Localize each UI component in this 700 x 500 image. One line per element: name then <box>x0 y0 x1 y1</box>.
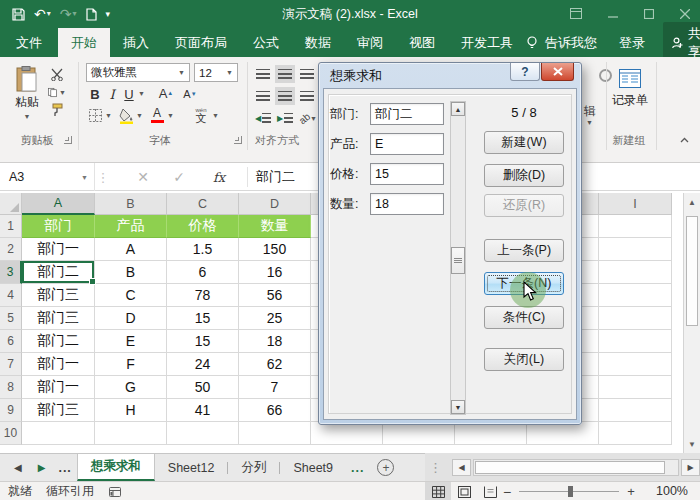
row-header-10[interactable]: 10 <box>0 422 22 445</box>
cell-C5[interactable]: 15 <box>167 307 239 330</box>
align-bottom-icon[interactable] <box>297 65 317 83</box>
maximize-icon[interactable] <box>644 7 654 22</box>
column-header-B[interactable]: B <box>95 193 167 215</box>
cell-D3[interactable]: 16 <box>239 261 311 284</box>
record-form-button[interactable]: 记录单 <box>610 64 650 114</box>
row-header-9[interactable]: 9 <box>0 399 22 422</box>
record-scroll-up-icon[interactable]: ▲ <box>451 102 465 116</box>
dialog-button-0[interactable]: 新建(W) <box>484 131 564 154</box>
bold-button[interactable]: B <box>88 86 102 102</box>
paste-button[interactable]: 粘贴 ▼ <box>8 63 46 123</box>
normal-view-icon[interactable] <box>425 482 451 500</box>
sheet-tab-2[interactable]: 分列 <box>228 454 279 481</box>
borders-dropdown-icon[interactable]: ▼ <box>105 112 112 119</box>
cell-A5[interactable]: 部门三 <box>22 307 95 330</box>
insert-function-icon[interactable]: fx <box>206 163 232 191</box>
borders-icon[interactable] <box>88 108 103 123</box>
dialog-button-1[interactable]: 删除(D) <box>484 164 564 187</box>
record-scrollbar-thumb[interactable] <box>451 247 465 274</box>
cell-A4[interactable]: 部门三 <box>22 284 95 307</box>
page-layout-view-icon[interactable] <box>451 482 477 500</box>
cell-B10[interactable] <box>95 422 167 445</box>
edit-dropdown-icon[interactable]: ▼ <box>586 119 593 126</box>
column-header-A[interactable]: A <box>22 193 95 215</box>
undo-icon[interactable]: ↶▾ <box>34 7 51 21</box>
cell-D9[interactable]: 66 <box>239 399 311 422</box>
cell-I2[interactable] <box>599 238 672 261</box>
increase-indent-icon[interactable]: ▶ <box>275 109 295 127</box>
minimize-icon[interactable] <box>608 7 618 22</box>
cell-B6[interactable]: E <box>95 330 167 353</box>
cell-C8[interactable]: 50 <box>167 376 239 399</box>
cell-D8[interactable]: 7 <box>239 376 311 399</box>
underline-button[interactable]: U <box>122 86 136 102</box>
hscroll-right-icon[interactable]: ▶ <box>681 459 700 476</box>
cell-I3[interactable] <box>599 261 672 284</box>
zoom-slider-thumb[interactable] <box>568 486 573 497</box>
sheet-overflow-left[interactable]: ... <box>53 454 76 481</box>
field-input-3[interactable]: 18 <box>370 193 444 215</box>
new-document-icon[interactable] <box>86 8 97 21</box>
dialog-button-5[interactable]: 条件(C) <box>484 306 564 329</box>
column-header-D[interactable]: D <box>239 193 311 215</box>
cell-H10[interactable] <box>527 422 599 445</box>
field-input-0[interactable]: 部门二 <box>370 103 444 125</box>
format-painter-icon[interactable] <box>48 103 66 117</box>
hscroll-track[interactable] <box>473 459 679 476</box>
name-box-dropdown-icon[interactable]: ▼ <box>81 174 88 181</box>
cell-I5[interactable] <box>599 307 672 330</box>
row-header-3[interactable]: 3 <box>0 261 22 284</box>
status-circular-reference[interactable]: 循环引用 <box>46 483 94 500</box>
cell-A1[interactable]: 部门 <box>22 215 95 238</box>
record-scrollbar[interactable]: ▲ ▼ <box>450 101 466 415</box>
scroll-down-icon[interactable]: ▼ <box>684 435 700 453</box>
sheet-nav-right-icon[interactable]: ▶ <box>30 454 54 481</box>
cell-G10[interactable] <box>455 422 527 445</box>
vertical-scrollbar-thumb[interactable] <box>686 216 698 326</box>
copy-icon[interactable]: ▼ <box>48 85 66 99</box>
ribbon-tab-6[interactable]: 审阅 <box>344 28 396 57</box>
cell-F10[interactable] <box>383 422 455 445</box>
cell-A9[interactable]: 部门三 <box>22 399 95 422</box>
fill-color-icon[interactable] <box>118 107 134 124</box>
cell-A3[interactable]: 部门二 <box>22 261 95 284</box>
cell-B5[interactable]: D <box>95 307 167 330</box>
orientation-icon[interactable]: ab▼ <box>299 109 317 127</box>
cell-D6[interactable]: 18 <box>239 330 311 353</box>
cell-B1[interactable]: 产品 <box>95 215 167 238</box>
align-right-icon[interactable] <box>297 87 317 105</box>
font-size-combo[interactable]: 12▼ <box>194 63 238 82</box>
cell-D4[interactable]: 56 <box>239 284 311 307</box>
fill-color-dropdown-icon[interactable]: ▼ <box>136 112 143 119</box>
row-header-1[interactable]: 1 <box>0 215 22 238</box>
align-center-icon[interactable] <box>275 87 295 105</box>
row-header-8[interactable]: 8 <box>0 376 22 399</box>
sheet-nav-left-icon[interactable]: ◀ <box>0 454 30 481</box>
cell-I7[interactable] <box>599 353 672 376</box>
cell-B7[interactable]: F <box>95 353 167 376</box>
grow-font-button[interactable]: A▲ <box>158 85 174 101</box>
macro-record-icon[interactable] <box>108 486 122 498</box>
ribbon-tab-4[interactable]: 公式 <box>240 28 292 57</box>
cell-D7[interactable]: 62 <box>239 353 311 376</box>
ribbon-tab-3[interactable]: 页面布局 <box>162 28 240 57</box>
cell-A8[interactable]: 部门一 <box>22 376 95 399</box>
dialog-help-button[interactable]: ? <box>510 63 540 81</box>
select-all-corner[interactable] <box>0 193 22 215</box>
align-top-icon[interactable] <box>253 65 273 83</box>
collapse-ribbon-icon[interactable] <box>678 135 690 145</box>
cell-A2[interactable]: 部门一 <box>22 238 95 261</box>
row-header-2[interactable]: 2 <box>0 238 22 261</box>
hscroll-left-icon[interactable]: ◀ <box>452 459 471 476</box>
cell-B3[interactable]: B <box>95 261 167 284</box>
cell-B2[interactable]: A <box>95 238 167 261</box>
new-sheet-icon[interactable]: + <box>377 459 394 476</box>
cell-C7[interactable]: 24 <box>167 353 239 376</box>
sheet-tab-1[interactable]: Sheet12 <box>155 454 228 481</box>
cell-D10[interactable] <box>239 422 311 445</box>
redo-icon[interactable]: ↷▾ <box>60 7 77 21</box>
font-color-icon[interactable]: A <box>150 106 164 124</box>
ribbon-display-options-icon[interactable] <box>570 7 582 22</box>
zoom-slider-track[interactable] <box>519 491 619 492</box>
column-header-I[interactable]: I <box>599 193 672 215</box>
